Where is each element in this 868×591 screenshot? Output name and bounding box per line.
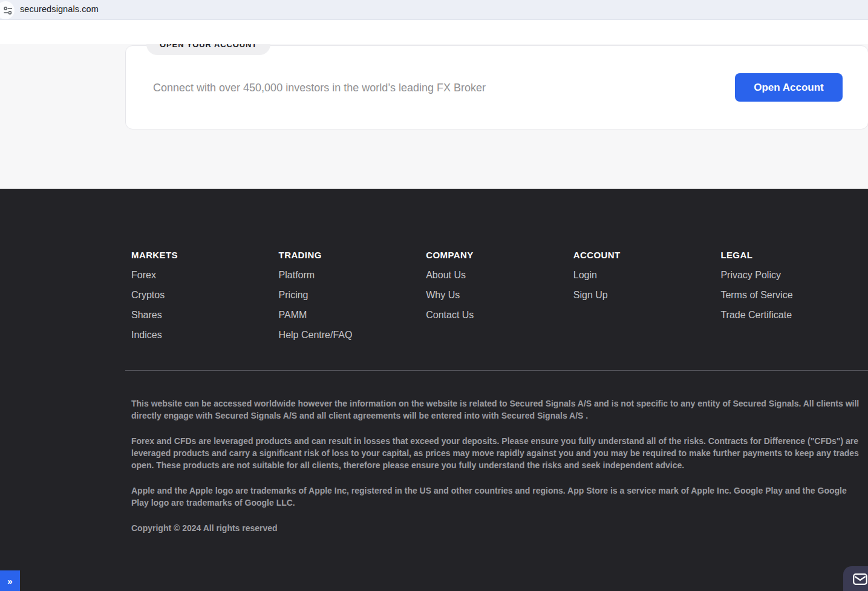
footer-link-help-centre-faq[interactable]: Help Centre/FAQ	[279, 329, 353, 341]
disclaimer-paragraph: Apple and the Apple logo are trademarks …	[131, 485, 861, 509]
disclaimer-paragraph: Forex and CFDs are leveraged products an…	[131, 435, 861, 471]
copyright-text: Copyright © 2024 All rights reserved	[131, 522, 861, 534]
footer-col-title: TRADING	[279, 249, 426, 261]
footer-link-forex[interactable]: Forex	[131, 269, 156, 281]
site-footer: MARKETS Forex Cryptos Shares Indices TRA…	[0, 189, 868, 591]
envelope-icon	[853, 573, 867, 586]
footer-col-trading: TRADING Platform Pricing PAMM Help Centr…	[279, 249, 426, 341]
footer-link-shares[interactable]: Shares	[131, 309, 162, 321]
footer-col-title: LEGAL	[720, 249, 868, 261]
footer-col-title: COMPANY	[426, 249, 573, 261]
footer-link-why-us[interactable]: Why Us	[426, 289, 460, 301]
tune-icon	[4, 6, 13, 15]
cta-headline: Connect with over 450,000 investors in t…	[153, 80, 492, 96]
disclaimer-paragraph: This website can be accessed worldwide h…	[131, 397, 861, 422]
footer-columns: MARKETS Forex Cryptos Shares Indices TRA…	[131, 189, 868, 341]
footer-link-sign-up[interactable]: Sign Up	[573, 289, 608, 301]
footer-link-trade-certificate[interactable]: Trade Certificate	[720, 309, 792, 321]
open-account-button[interactable]: Open Account	[735, 73, 843, 102]
footer-link-indices[interactable]: Indices	[131, 329, 162, 341]
open-account-card: OPEN YOUR ACCOUNT Connect with over 450,…	[125, 45, 868, 129]
footer-col-company: COMPANY About Us Why Us Contact Us	[426, 249, 573, 341]
footer-col-markets: MARKETS Forex Cryptos Shares Indices	[131, 249, 279, 341]
footer-link-terms-of-service[interactable]: Terms of Service	[720, 289, 792, 301]
footer-link-platform[interactable]: Platform	[279, 269, 315, 281]
page-content: OPEN YOUR ACCOUNT Connect with over 450,…	[0, 20, 868, 591]
footer-col-legal: LEGAL Privacy Policy Terms of Service Tr…	[720, 249, 868, 341]
footer-link-login[interactable]: Login	[573, 269, 597, 281]
footer-col-title: MARKETS	[131, 249, 279, 261]
footer-link-pricing[interactable]: Pricing	[279, 289, 308, 301]
header-band	[0, 20, 868, 44]
footer-link-contact-us[interactable]: Contact Us	[426, 309, 474, 321]
footer-link-about-us[interactable]: About Us	[426, 269, 466, 281]
footer-legal-text: This website can be accessed worldwide h…	[131, 371, 861, 534]
footer-link-cryptos[interactable]: Cryptos	[131, 289, 165, 301]
url-bar: securedsignals.com	[0, 0, 868, 20]
footer-link-privacy-policy[interactable]: Privacy Policy	[720, 269, 781, 281]
chat-widget-button[interactable]	[843, 566, 868, 591]
url-text[interactable]: securedsignals.com	[20, 4, 99, 14]
footer-link-pamm[interactable]: PAMM	[279, 309, 307, 321]
sidebar-expand-button[interactable]: »	[0, 570, 20, 591]
site-settings-circle[interactable]	[0, 1, 15, 19]
footer-col-account: ACCOUNT Login Sign Up	[573, 249, 721, 341]
footer-col-title: ACCOUNT	[573, 249, 721, 261]
